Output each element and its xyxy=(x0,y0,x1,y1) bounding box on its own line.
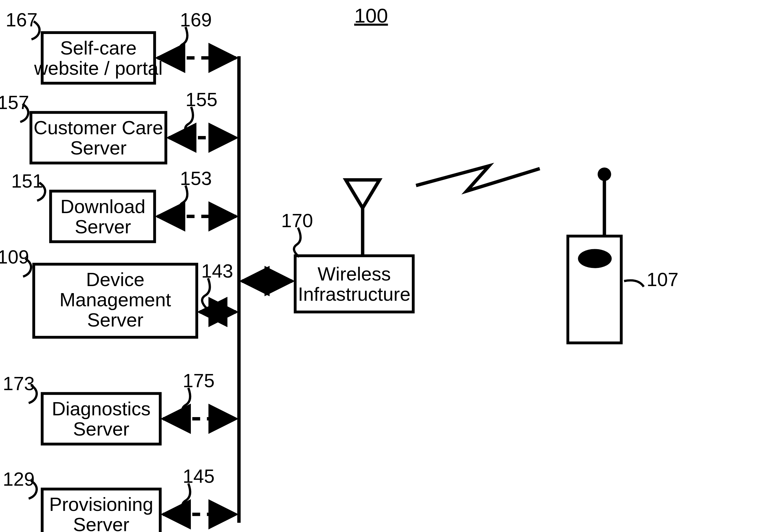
prov-line2: Server xyxy=(73,514,129,532)
devmgmt-block: Device Management Server 143 109 xyxy=(0,246,236,337)
mobile-device: 107 xyxy=(568,168,678,343)
devmgmt-line2: Management xyxy=(60,289,171,310)
wireless-ref: 170 xyxy=(281,210,313,231)
devmgmt-line1: Device xyxy=(86,269,144,290)
device-ref: 107 xyxy=(646,269,678,290)
diag-ref: 173 xyxy=(3,373,35,394)
selfcare-squiggle xyxy=(180,27,187,57)
diag-line2: Server xyxy=(73,418,129,440)
wireless-block: Wireless Infrastructure 170 xyxy=(281,180,413,312)
custcare-block: Customer Care Server 155 157 xyxy=(0,89,236,163)
prov-connref: 145 xyxy=(182,466,215,487)
wireless-line1: Wireless xyxy=(317,263,391,285)
diagram: 100 Self-care website / portal 169 167 C… xyxy=(0,0,759,532)
prov-block: Provisioning Server 145 129 xyxy=(3,466,236,532)
devmgmt-line3: Server xyxy=(87,309,143,331)
diag-line1: Diagnostics xyxy=(52,398,151,419)
custcare-ref: 157 xyxy=(0,92,29,113)
svg-point-9 xyxy=(578,249,612,268)
selfcare-connref: 169 xyxy=(180,9,212,30)
download-connref: 153 xyxy=(180,168,212,189)
download-block: Download Server 153 151 xyxy=(11,168,236,242)
download-line2: Server xyxy=(75,216,131,238)
rf-link-icon xyxy=(416,166,540,191)
diag-block: Diagnostics Server 175 173 xyxy=(3,370,236,444)
download-ref: 151 xyxy=(11,170,43,192)
selfcare-block: Self-care website / portal 169 167 xyxy=(6,9,236,83)
svg-point-11 xyxy=(598,168,611,181)
custcare-line2: Server xyxy=(70,137,127,159)
selfcare-ref: 167 xyxy=(6,9,38,30)
prov-line1: Provisioning xyxy=(49,494,153,515)
devmgmt-ref: 109 xyxy=(0,246,29,268)
custcare-line1: Customer Care xyxy=(34,117,163,138)
diag-connref: 175 xyxy=(182,370,215,391)
figure-ref: 100 xyxy=(354,4,388,27)
selfcare-line1: Self-care xyxy=(60,37,137,58)
wireless-line2: Infrastructure xyxy=(298,284,411,305)
selfcare-line2: website / portal xyxy=(34,57,162,79)
custcare-connref: 155 xyxy=(185,89,218,110)
prov-ref: 129 xyxy=(3,469,35,490)
devmgmt-connref: 143 xyxy=(201,260,233,282)
download-line1: Download xyxy=(60,196,145,217)
